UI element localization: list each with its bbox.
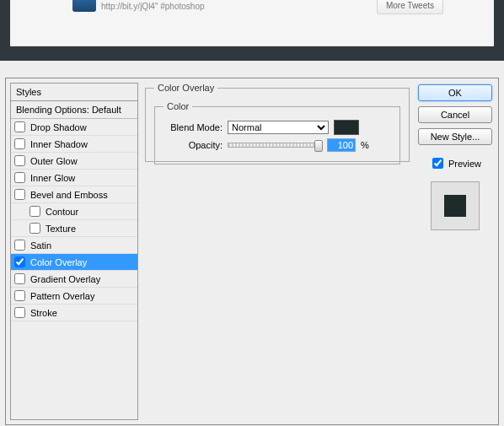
preview-swatch [444,195,466,217]
style-checkbox[interactable] [14,273,25,284]
preview-swatch-box [431,181,480,230]
ok-button[interactable]: OK [418,84,492,101]
cancel-button[interactable]: Cancel [418,106,492,123]
settings-panel: Color Overlay Color Blend Mode: Normal O… [145,83,410,420]
style-checkbox[interactable] [14,240,25,251]
browser-card: http://bit.y/jQl4" #photoshop More Tweet… [10,0,494,46]
style-item-pattern-overlay[interactable]: Pattern Overlay [11,288,137,305]
style-label: Drop Shadow [30,122,87,132]
blend-mode-select[interactable]: Normal [228,121,329,134]
style-checkbox[interactable] [14,138,25,149]
style-checkbox[interactable] [14,256,25,267]
style-checkbox[interactable] [14,307,25,318]
preview-row[interactable]: Preview [429,155,481,171]
layer-style-dialog: Styles Blending Options: Default Drop Sh… [5,78,499,425]
blend-mode-label: Blend Mode: [164,122,223,132]
color-group: Color Blend Mode: Normal Opacity: % [154,101,400,164]
opacity-unit: % [361,140,369,150]
style-label: Inner Shadow [30,139,88,149]
style-label: Contour [46,207,78,217]
style-item-satin[interactable]: Satin [11,237,137,254]
style-item-color-overlay[interactable]: Color Overlay [11,254,137,271]
color-overlay-legend: Color Overlay [154,83,217,93]
avatar-icon [72,0,96,12]
styles-header[interactable]: Styles [11,84,137,101]
opacity-label: Opacity: [164,140,223,150]
color-overlay-group: Color Overlay Color Blend Mode: Normal O… [145,83,410,162]
style-label: Stroke [30,308,57,318]
style-checkbox[interactable] [14,121,25,132]
style-item-stroke[interactable]: Stroke [11,305,137,321]
style-item-contour[interactable]: Contour [11,203,137,220]
style-label: Satin [30,240,51,251]
more-tweets-button[interactable]: More Tweets [377,0,443,14]
style-label: Pattern Overlay [30,291,94,301]
style-item-bevel-and-emboss[interactable]: Bevel and Emboss [11,186,137,203]
style-label: Bevel and Emboss [30,190,108,200]
style-checkbox[interactable] [14,290,25,301]
preview-label: Preview [448,159,481,169]
color-legend: Color [164,101,192,111]
blending-options-header[interactable]: Blending Options: Default [11,101,137,119]
new-style-button[interactable]: New Style... [418,128,492,145]
style-checkbox[interactable] [14,155,25,166]
opacity-slider-thumb[interactable] [314,140,323,152]
dialog-buttons: OK Cancel New Style... Preview [416,83,494,420]
style-item-texture[interactable]: Texture [11,220,137,237]
opacity-input[interactable] [327,138,356,152]
style-label: Texture [46,224,76,234]
style-label: Gradient Overlay [30,274,100,284]
url-text: http://bit.y/jQl4" #photoshop [101,2,205,11]
style-item-inner-shadow[interactable]: Inner Shadow [11,136,137,153]
opacity-slider[interactable] [228,143,322,148]
style-checkbox[interactable] [29,223,40,234]
style-label: Color Overlay [30,257,87,267]
style-item-inner-glow[interactable]: Inner Glow [11,170,137,186]
style-item-outer-glow[interactable]: Outer Glow [11,153,137,170]
styles-list: Drop ShadowInner ShadowOuter GlowInner G… [11,119,137,321]
overlay-color-swatch[interactable] [334,120,359,135]
style-checkbox[interactable] [14,172,25,183]
style-item-gradient-overlay[interactable]: Gradient Overlay [11,271,137,288]
style-label: Inner Glow [30,173,75,183]
styles-panel: Styles Blending Options: Default Drop Sh… [10,83,138,420]
page-header-bg: http://bit.y/jQl4" #photoshop More Tweet… [0,0,504,61]
style-checkbox[interactable] [14,189,25,200]
style-label: Outer Glow [30,156,78,166]
preview-checkbox[interactable] [432,158,443,169]
style-item-drop-shadow[interactable]: Drop Shadow [11,119,137,136]
style-checkbox[interactable] [29,206,40,217]
